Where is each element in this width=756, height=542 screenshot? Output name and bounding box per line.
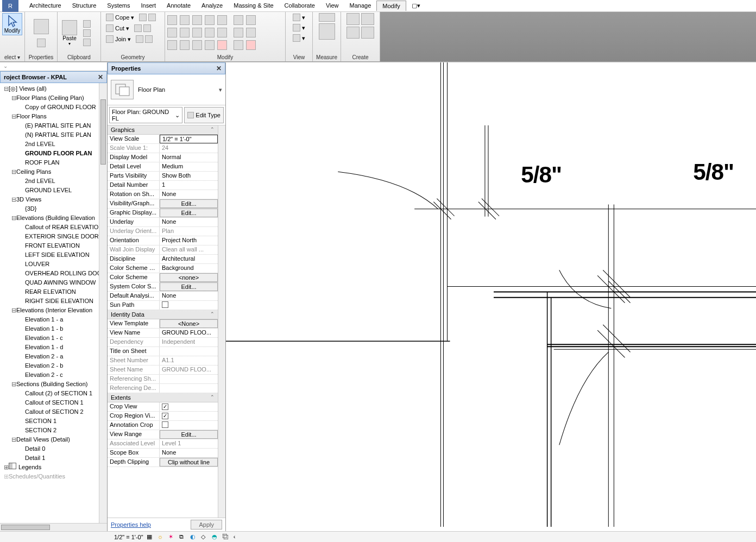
property-row[interactable]: OrientationProject North	[108, 236, 218, 245]
tree-node[interactable]: RIGHT SIDE ELEVATION	[1, 297, 106, 306]
reveal-icon[interactable]: ◇	[201, 533, 209, 541]
tree-node[interactable]: ⊟3D Views	[1, 195, 106, 204]
tree-node[interactable]: 2nd LEVEL	[1, 177, 106, 186]
tree-node[interactable]: GROUND FLOOR PLAN	[1, 149, 106, 158]
dropdown-icon[interactable]: ▾	[219, 86, 222, 93]
tree-node[interactable]: {3D}	[1, 204, 106, 213]
tree-node[interactable]: QUAD AWNING WINDOW	[1, 278, 106, 287]
menu-tab-massing-site[interactable]: Massing & Site	[228, 1, 279, 11]
property-row[interactable]: Detail Number1	[108, 181, 218, 190]
tree-node[interactable]: Elevation 1 - c	[1, 333, 106, 343]
project-browser-header[interactable]: roject Browser - KPAL ✕	[0, 71, 107, 83]
property-value[interactable]: 1/2" = 1'-0"	[160, 135, 218, 143]
property-row[interactable]: Associated LevelLevel 1	[108, 439, 218, 449]
twisty-icon[interactable]: ⊟	[11, 195, 16, 204]
property-row[interactable]: Crop Region Vi...	[108, 412, 218, 421]
property-row[interactable]: Depth ClippingClip without line	[108, 458, 218, 467]
property-row[interactable]: Visibility/Graph...Edit...	[108, 199, 218, 209]
instance-selector[interactable]: Floor Plan: GROUND FL⌄	[109, 107, 182, 123]
measure-icon[interactable]	[319, 13, 335, 22]
copy-tool-icon[interactable]	[180, 28, 190, 37]
scrollbar-thumb[interactable]	[100, 99, 106, 165]
vertical-scrollbar[interactable]	[99, 83, 107, 523]
menu-tab-view[interactable]: View	[320, 1, 344, 11]
status-scale[interactable]: 1/2" = 1'-0"	[114, 534, 143, 540]
property-value[interactable]: 1	[160, 181, 218, 190]
property-value[interactable]	[160, 375, 218, 383]
property-value[interactable]: Architectural	[160, 255, 218, 263]
property-edit-button[interactable]: Edit...	[160, 199, 218, 208]
tree-node[interactable]: SECTION 1	[1, 417, 106, 426]
tree-node[interactable]: ⊟Elevations (Building Elevation	[1, 213, 106, 223]
unpin-icon[interactable]	[180, 40, 190, 50]
property-row[interactable]: Sheet NameGROUND FLOO...	[108, 365, 218, 375]
hide-icon[interactable]: ◐	[190, 533, 198, 541]
checkbox[interactable]	[162, 413, 168, 419]
create-new-icon[interactable]	[361, 13, 374, 25]
more-icon[interactable]: ‹	[234, 533, 241, 541]
twisty-icon[interactable]: ⊟	[11, 167, 16, 177]
property-row[interactable]: DisciplineArchitectural	[108, 255, 218, 264]
property-row[interactable]: Graphic Display...Edit...	[108, 209, 218, 218]
cut-geom-button[interactable]: Cut ▾	[104, 24, 153, 33]
graphic-display-icon[interactable]: ▦	[147, 533, 154, 541]
join-button[interactable]: Join ▾	[104, 35, 154, 43]
menu-tab-insert[interactable]: Insert	[136, 1, 162, 11]
edit-type-button[interactable]: Edit Type	[184, 107, 224, 123]
twisty-icon[interactable]: ⊟	[11, 306, 16, 315]
temp-hide-icon[interactable]: ◓	[212, 533, 219, 541]
property-row[interactable]: Scope BoxNone	[108, 449, 218, 458]
checkbox[interactable]	[162, 404, 168, 410]
worksharing-icon[interactable]: ⿻	[223, 533, 230, 541]
twisty-icon[interactable]: ⊟	[11, 213, 16, 223]
property-row[interactable]: Scale Value 1:24	[108, 144, 218, 153]
tree-node[interactable]: Elevation 1 - a	[1, 315, 106, 324]
property-value[interactable]: Clean all wall ...	[160, 245, 218, 254]
property-value[interactable]	[160, 301, 218, 310]
tree-node[interactable]: ⊞Schedules/Quantities	[1, 472, 106, 481]
property-row[interactable]: View NameGROUND FLOO...	[108, 329, 218, 338]
tree-node[interactable]: Elevation 2 - a	[1, 352, 106, 361]
property-value[interactable]: Plan	[160, 227, 218, 236]
property-category[interactable]: Identity Data⌃	[108, 310, 218, 319]
property-value[interactable]: 24	[160, 144, 218, 153]
property-value[interactable]: Independent	[160, 338, 218, 346]
property-row[interactable]: Crop View	[108, 402, 218, 412]
property-row[interactable]: Color Scheme L...Background	[108, 264, 218, 273]
twisty-icon[interactable]: ⊞	[3, 463, 9, 472]
tree-node[interactable]: ⊟Sections (Building Section)	[1, 380, 106, 389]
properties-button[interactable]	[32, 18, 51, 35]
match-button[interactable]	[81, 38, 92, 47]
property-category[interactable]: Graphics⌃	[108, 125, 218, 135]
property-row[interactable]: Sheet NumberA1.1	[108, 356, 218, 365]
menu-tab-manage[interactable]: Manage	[344, 1, 377, 11]
property-row[interactable]: Sun Path	[108, 301, 218, 310]
tree-node[interactable]: ⊟Floor Plans	[1, 112, 106, 121]
tree-node[interactable]: (N) PARTIAL SITE PLAN	[1, 130, 106, 140]
property-row[interactable]: UnderlayNone	[108, 218, 218, 227]
tree-node[interactable]: ⊟[◎] Views (all)	[1, 84, 106, 93]
property-row[interactable]: Title on Sheet	[108, 347, 218, 356]
property-row[interactable]: Rotation on Sh...None	[108, 190, 218, 199]
close-icon[interactable]: ✕	[216, 65, 222, 72]
tree-node[interactable]: SECTION 2	[1, 426, 106, 435]
property-edit-button[interactable]: Edit...	[160, 430, 218, 439]
property-value[interactable]: A1.1	[160, 356, 218, 365]
property-category[interactable]: Extents⌃	[108, 393, 218, 402]
property-edit-button[interactable]: Edit...	[160, 282, 218, 291]
property-value[interactable]	[160, 412, 218, 420]
move-icon[interactable]	[167, 28, 177, 37]
tree-node[interactable]: ROOF PLAN	[1, 158, 106, 167]
tree-node[interactable]: ⊟Detail Views (Detail)	[1, 435, 106, 444]
tree-node[interactable]: ⊟Ceiling Plans	[1, 167, 106, 177]
menu-tab-collaborate[interactable]: Collaborate	[279, 1, 320, 11]
property-row[interactable]: Default Analysi...None	[108, 292, 218, 301]
type-selector[interactable]: Floor Plan ▾	[108, 74, 225, 105]
tree-node[interactable]: ⊞Legends	[1, 463, 106, 472]
property-value[interactable]	[160, 421, 218, 430]
dimension-icon[interactable]	[319, 23, 335, 40]
tree-node[interactable]: ⊟Elevations (Interior Elevation	[1, 306, 106, 315]
trim-icon[interactable]	[217, 15, 227, 25]
tree-node[interactable]: LEFT SIDE ELEVATION	[1, 250, 106, 260]
crop-icon[interactable]: ⧉	[179, 533, 187, 541]
